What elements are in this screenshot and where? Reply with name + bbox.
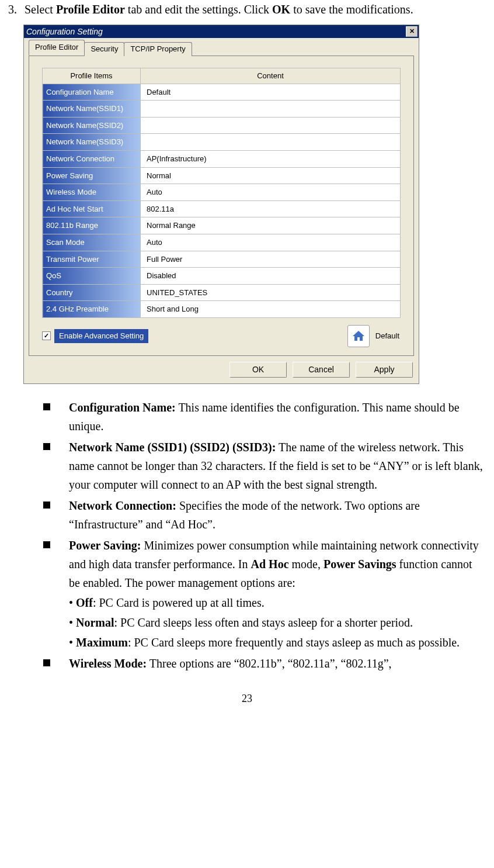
b: Power Saving: [69, 539, 141, 552]
p: • [69, 616, 76, 629]
t: OK [272, 3, 290, 16]
row-name: 802.11b Range [43, 217, 141, 234]
t: Three options are “802.11b”, “802.11a”, … [147, 657, 392, 670]
desc-network-connection: Network Connection: Specifies the mode o… [43, 496, 483, 534]
b: Network Name (SSID1) (SSID2) (SSID3): [69, 441, 276, 454]
row-content: Normal [141, 167, 401, 184]
desc-configuration-name: Configuration Name: This name identifies… [43, 398, 483, 435]
close-icon: ✕ [409, 27, 415, 35]
row-name: Transmit Power [43, 251, 141, 268]
table-row[interactable]: Wireless ModeAuto [43, 184, 401, 201]
table-row[interactable]: Scan ModeAuto [43, 234, 401, 251]
t: to save the modifications. [290, 3, 413, 16]
row-content: Disabled [141, 268, 401, 285]
opt-off: • Off: PC Card is powered up at all time… [69, 593, 483, 612]
row-content: Auto [141, 184, 401, 201]
row-name: Network Name(SSID3) [43, 134, 141, 151]
apply-button[interactable]: Apply [356, 362, 413, 378]
row-name: Country [43, 284, 141, 301]
table-row[interactable]: Ad Hoc Net Start802.11a [43, 200, 401, 217]
row-name: Network Connection [43, 150, 141, 167]
row-name: Scan Mode [43, 234, 141, 251]
page-number: 23 [8, 690, 486, 707]
table-row[interactable]: Network ConnectionAP(Infrastructure) [43, 150, 401, 167]
row-name: Configuration Name [43, 84, 141, 101]
t: mode, [289, 558, 323, 570]
desc-network-name: Network Name (SSID1) (SSID2) (SSID3): Th… [43, 438, 483, 494]
row-name: QoS [43, 268, 141, 285]
config-dialog: Configuration Setting ✕ Profile Editor S… [23, 25, 419, 384]
row-name: Network Name(SSID2) [43, 117, 141, 134]
table-row[interactable]: Configuration NameDefault [43, 84, 401, 101]
table-row[interactable]: Network Name(SSID1) [43, 101, 401, 117]
dialog-buttons: OK Cancel Apply [29, 356, 414, 379]
table-row[interactable]: Power SavingNormal [43, 167, 401, 184]
t: tab and edit the settings. Click [125, 3, 272, 16]
row-content: Full Power [141, 251, 401, 268]
cancel-button[interactable]: Cancel [293, 362, 350, 378]
sb: Normal [76, 616, 114, 629]
dialog-title: Configuration Setting [26, 27, 103, 37]
description-list: Configuration Name: This name identifies… [8, 398, 486, 673]
t: Select [25, 3, 56, 16]
row-content [141, 134, 401, 151]
row-content: Auto [141, 234, 401, 251]
enable-advanced-label: Enable Advanced Setting [54, 329, 148, 343]
sb: Off [76, 596, 93, 609]
ok-button[interactable]: OK [229, 362, 287, 378]
row-content: Short and Long [141, 301, 401, 318]
dialog-titlebar: Configuration Setting ✕ [24, 25, 419, 38]
table-row[interactable]: Network Name(SSID3) [43, 134, 401, 151]
enable-advanced-group: ✓ Enable Advanced Setting [42, 329, 148, 343]
b: Network Connection: [69, 499, 176, 512]
p: • [69, 636, 76, 649]
desc-wireless-mode: Wireless Mode: Three options are “802.11… [43, 654, 483, 673]
row-content: 802.11a [141, 200, 401, 217]
tab-strip: Profile Editor Security TCP/IP Property [29, 43, 414, 56]
check-icon: ✓ [44, 332, 49, 340]
row-name: Power Saving [43, 167, 141, 184]
document-page: 3. Select Profile Editor tab and edit th… [0, 0, 494, 731]
col-profile-items: Profile Items [43, 68, 141, 84]
enable-advanced-checkbox[interactable]: ✓ [42, 331, 51, 340]
col-content: Content [141, 68, 401, 84]
b: Ad Hoc [251, 558, 289, 570]
table-row[interactable]: CountryUNITED_STATES [43, 284, 401, 301]
p: • [69, 596, 76, 609]
st: : PC Card sleeps more frequently and sta… [128, 636, 460, 649]
row-name: 2.4 GHz Preamble [43, 301, 141, 318]
table-row[interactable]: 802.11b RangeNormal Range [43, 217, 401, 234]
table-row[interactable]: Network Name(SSID2) [43, 117, 401, 134]
st: : PC Card sleeps less often and stays as… [114, 616, 413, 629]
tab-security[interactable]: Security [84, 42, 124, 56]
b: Wireless Mode: [69, 657, 147, 670]
b: Configuration Name: [69, 401, 176, 414]
close-button[interactable]: ✕ [406, 26, 418, 37]
row-content [141, 101, 401, 117]
default-button[interactable] [347, 325, 370, 347]
dialog-body: Profile Editor Security TCP/IP Property … [24, 38, 419, 383]
tab-profile-editor[interactable]: Profile Editor [29, 40, 85, 56]
opt-maximum: • Maximum: PC Card sleeps more frequentl… [69, 633, 483, 652]
row-name: Ad Hoc Net Start [43, 200, 141, 217]
sb: Maximum [76, 636, 128, 649]
step-text: Select Profile Editor tab and edit the s… [25, 0, 486, 19]
row-content: Normal Range [141, 217, 401, 234]
opt-normal: • Normal: PC Card sleeps less often and … [69, 613, 483, 632]
table-row[interactable]: QoSDisabled [43, 268, 401, 285]
row-content: UNITED_STATES [141, 284, 401, 301]
profile-table: Profile Items Content Configuration Name… [42, 68, 401, 318]
row-content: Default [141, 84, 401, 101]
table-row[interactable]: Transmit PowerFull Power [43, 251, 401, 268]
tab-tcpip-property[interactable]: TCP/IP Property [124, 42, 192, 56]
tab-panel: Profile Items Content Configuration Name… [29, 56, 414, 356]
row-content [141, 117, 401, 134]
row-name: Network Name(SSID1) [43, 101, 141, 117]
b: Power Savings [323, 558, 396, 570]
home-icon [352, 329, 366, 343]
t: Profile Editor [56, 3, 125, 16]
table-row[interactable]: 2.4 GHz PreambleShort and Long [43, 301, 401, 318]
desc-power-saving: Power Saving: Minimizes power consumptio… [43, 536, 483, 652]
st: : PC Card is powered up at all times. [93, 596, 265, 609]
panel-bottom-row: ✓ Enable Advanced Setting Default [42, 324, 401, 347]
